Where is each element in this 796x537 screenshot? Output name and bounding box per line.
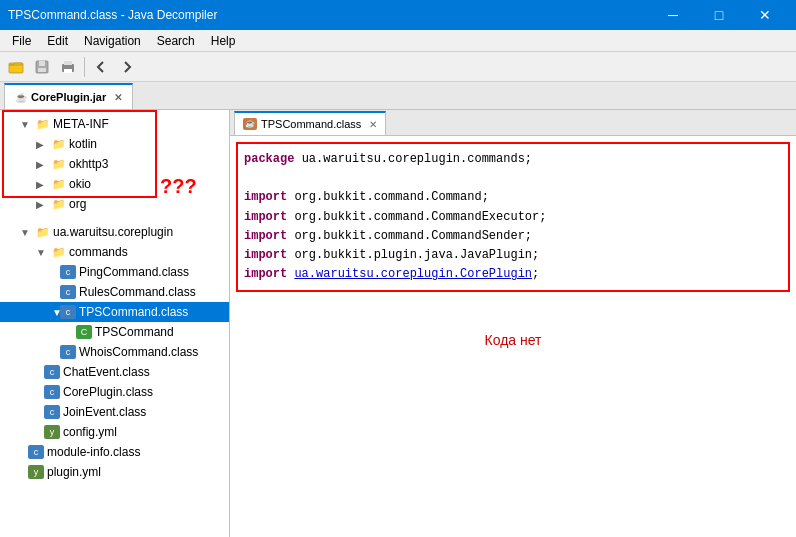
editor-tab-close-icon[interactable]: ✕ <box>369 119 377 130</box>
code-editor[interactable]: package ua.waruitsu.coreplugin.commands;… <box>244 150 782 284</box>
code-line-import4: import org.bukkit.plugin.java.JavaPlugin… <box>244 246 782 265</box>
folder-icon: 📁 <box>52 138 66 151</box>
jar-tab-label: CorePlugin.jar <box>31 91 106 103</box>
class-icon: c <box>60 285 76 299</box>
code-line-import2: import org.bukkit.command.CommandExecuto… <box>244 208 782 227</box>
tree-item-kotlin[interactable]: ▶ 📁 kotlin <box>0 134 229 154</box>
editor-tab-bar: ☕ TPSCommand.class ✕ <box>230 110 796 136</box>
class-icon: c <box>44 385 60 399</box>
right-panel: ☕ TPSCommand.class ✕ package ua.waruitsu… <box>230 110 796 537</box>
tree-item-pingcmd[interactable]: c PingCommand.class <box>0 262 229 282</box>
tree-item-rulescmd[interactable]: c RulesCommand.class <box>0 282 229 302</box>
tree-item-joinevent[interactable]: c JoinEvent.class <box>0 402 229 422</box>
jar-icon: ☕ <box>15 92 27 103</box>
main-layout: ▼ 📁 META-INF ▶ 📁 kotlin ▶ 📁 <box>0 110 796 537</box>
left-panel: ▼ 📁 META-INF ▶ 📁 kotlin ▶ 📁 <box>0 110 230 537</box>
menu-help[interactable]: Help <box>203 32 244 50</box>
jar-tab-close[interactable]: ✕ <box>114 92 122 103</box>
tree-item-moduleinfo[interactable]: c module-info.class <box>0 442 229 462</box>
close-button[interactable]: ✕ <box>742 0 788 30</box>
toolbar <box>0 52 796 82</box>
tree-item-tpscmd[interactable]: ▼ c TPSCommand.class <box>0 302 229 322</box>
svg-rect-7 <box>64 69 72 73</box>
code-box: package ua.waruitsu.coreplugin.commands;… <box>236 142 790 292</box>
folder-icon: 📁 <box>52 178 66 191</box>
tree-item-configyml[interactable]: y config.yml <box>0 422 229 442</box>
code-line-import1: import org.bukkit.command.Command; <box>244 188 782 207</box>
folder-icon: 📁 <box>52 246 66 259</box>
file-tree: ▼ 📁 META-INF ▶ 📁 kotlin ▶ 📁 <box>0 110 229 218</box>
file-tree-main: ▼ 📁 ua.waruitsu.coreplugin ▼ 📁 commands … <box>0 218 229 486</box>
file-tab-bar: ☕ CorePlugin.jar ✕ <box>0 82 796 110</box>
menu-file[interactable]: File <box>4 32 39 50</box>
class-icon: c <box>60 305 76 319</box>
tree-item-okhttp3[interactable]: ▶ 📁 okhttp3 <box>0 154 229 174</box>
tree-item-ua[interactable]: ▼ 📁 ua.waruitsu.coreplugin <box>0 222 229 242</box>
maximize-button[interactable]: □ <box>696 0 742 30</box>
question-marks: ??? <box>160 175 197 198</box>
tree-item-pluginyml[interactable]: y plugin.yml <box>0 462 229 482</box>
toolbar-print-btn[interactable] <box>56 55 80 79</box>
tree-item-commands[interactable]: ▼ 📁 commands <box>0 242 229 262</box>
folder-icon: 📁 <box>52 198 66 211</box>
class-green-icon: C <box>76 325 92 339</box>
class-icon: c <box>44 365 60 379</box>
menu-edit[interactable]: Edit <box>39 32 76 50</box>
class-icon: c <box>28 445 44 459</box>
editor-tab-label: TPSCommand.class <box>261 118 361 130</box>
folder-icon: 📁 <box>36 226 50 239</box>
tree-item-meta-inf[interactable]: ▼ 📁 META-INF <box>0 114 229 134</box>
class-icon: c <box>44 405 60 419</box>
title-bar-controls: ─ □ ✕ <box>650 0 788 30</box>
no-code-message: Кода нет <box>230 332 796 348</box>
toolbar-separator-1 <box>84 57 85 77</box>
title-bar-title: TPSCommand.class - Java Decompiler <box>8 8 217 22</box>
title-bar: TPSCommand.class - Java Decompiler ─ □ ✕ <box>0 0 796 30</box>
svg-rect-4 <box>38 68 46 72</box>
code-line-import3: import org.bukkit.command.CommandSender; <box>244 227 782 246</box>
code-line-1: package ua.waruitsu.coreplugin.commands; <box>244 150 782 169</box>
folder-icon: 📁 <box>52 158 66 171</box>
svg-rect-3 <box>39 61 45 66</box>
editor-tab-tpscmd[interactable]: ☕ TPSCommand.class ✕ <box>234 111 386 135</box>
tree-item-coreplugin[interactable]: c CorePlugin.class <box>0 382 229 402</box>
tree-item-chatevent[interactable]: c ChatEvent.class <box>0 362 229 382</box>
toolbar-back-btn[interactable] <box>89 55 113 79</box>
minimize-button[interactable]: ─ <box>650 0 696 30</box>
tree-item-whoiscmd[interactable]: c WhoisCommand.class <box>0 342 229 362</box>
class-icon: c <box>60 265 76 279</box>
menu-bar: File Edit Navigation Search Help <box>0 30 796 52</box>
code-line-blank <box>244 169 782 188</box>
yaml-icon: y <box>44 425 60 439</box>
menu-search[interactable]: Search <box>149 32 203 50</box>
toolbar-save-btn[interactable] <box>30 55 54 79</box>
svg-rect-6 <box>64 61 72 65</box>
menu-navigation[interactable]: Navigation <box>76 32 149 50</box>
code-line-import5: import ua.waruitsu.coreplugin.CorePlugin… <box>244 265 782 284</box>
toolbar-open-btn[interactable] <box>4 55 28 79</box>
tree-item-tps-inner[interactable]: C TPSCommand <box>0 322 229 342</box>
editor-tab-icon: ☕ <box>243 118 257 130</box>
class-icon: c <box>60 345 76 359</box>
folder-icon: 📁 <box>36 118 50 131</box>
jar-tab[interactable]: ☕ CorePlugin.jar ✕ <box>4 83 133 109</box>
yaml-icon: y <box>28 465 44 479</box>
toolbar-forward-btn[interactable] <box>115 55 139 79</box>
